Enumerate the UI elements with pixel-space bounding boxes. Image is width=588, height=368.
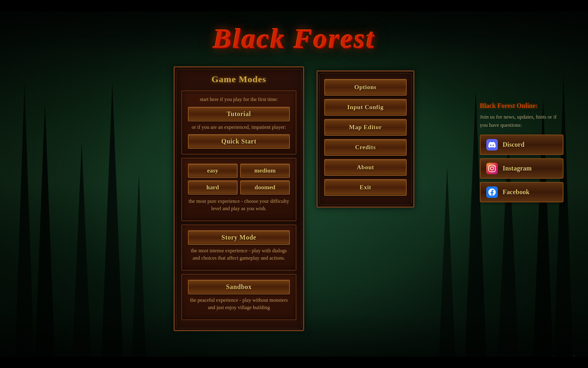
facebook-icon <box>486 186 498 198</box>
story-mode-button[interactable]: Story Mode <box>188 230 290 245</box>
tutorial-hint2: or if you are an experienced, impatient … <box>188 124 290 131</box>
doomed-button[interactable]: doomed <box>240 180 290 195</box>
instagram-button[interactable]: Instagram <box>480 158 564 179</box>
instagram-label: Instagram <box>503 165 532 172</box>
main-content: Black Forest Game Modes start here if yo… <box>0 0 588 368</box>
discord-button[interactable]: Discord <box>480 135 564 155</box>
hard-button[interactable]: hard <box>188 180 238 195</box>
sandbox-section: Sandbox the peaceful experience - play w… <box>181 274 296 320</box>
top-bar <box>0 0 588 11</box>
online-section: Black Forest Online: Join us for news, u… <box>480 102 564 206</box>
about-button[interactable]: About <box>324 159 407 176</box>
tutorial-button[interactable]: Tutorial <box>188 107 290 121</box>
options-button[interactable]: Options <box>324 79 407 96</box>
online-title: Black Forest Online: <box>480 102 564 110</box>
difficulty-section: easy medium hard doomed the most pure ex… <box>181 158 296 221</box>
game-title: Black Forest <box>213 22 375 55</box>
instagram-icon <box>486 163 498 174</box>
game-modes-title: Game Modes <box>181 74 296 85</box>
story-section: Story Mode the most intense experience -… <box>181 224 296 271</box>
quick-start-button[interactable]: Quick Start <box>188 134 290 149</box>
input-config-button[interactable]: Input Config <box>324 99 407 116</box>
medium-button[interactable]: medium <box>240 164 290 178</box>
difficulty-grid: easy medium hard doomed <box>188 164 290 195</box>
game-modes-panel: Game Modes start here if you play for th… <box>174 66 304 331</box>
easy-button[interactable]: easy <box>188 164 238 178</box>
sandbox-button[interactable]: Sandbox <box>188 280 290 294</box>
bottom-bar <box>0 357 588 368</box>
map-editor-button[interactable]: Map Editor <box>324 119 407 136</box>
story-hint: the most intense experience - play with … <box>188 247 290 262</box>
difficulty-hint: the most pure experience - choose your d… <box>188 198 290 212</box>
credits-button[interactable]: Credits <box>324 139 407 156</box>
side-menu-panel: Options Input Config Map Editor Credits … <box>316 70 414 208</box>
exit-button[interactable]: Exit <box>324 179 407 196</box>
facebook-button[interactable]: Facebook <box>480 182 564 202</box>
online-description: Join us for news, updates, hints or if y… <box>480 113 561 129</box>
discord-icon <box>486 139 498 150</box>
sandbox-hint: the peaceful experience - play without m… <box>188 297 290 311</box>
facebook-label: Facebook <box>503 188 530 196</box>
discord-label: Discord <box>503 141 524 148</box>
tutorial-hint1: start here if you play for the first tim… <box>188 96 290 103</box>
tutorial-section: start here if you play for the first tim… <box>181 90 296 155</box>
